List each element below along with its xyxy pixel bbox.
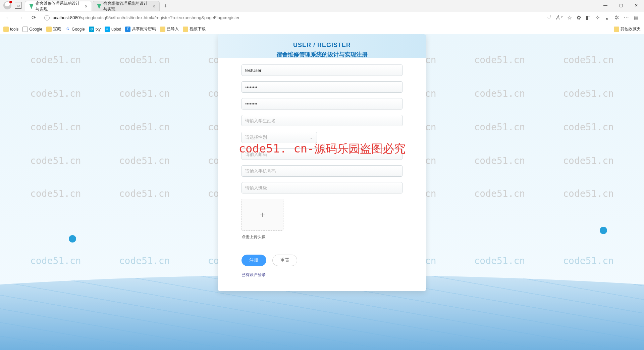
bm-google2[interactable]: GGoogle [65,27,85,32]
tab-title: 宿舍维修管理系统的设计与实现 [36,1,82,12]
browser-tab[interactable]: 宿舍维修管理系统的设计与实现 × [93,1,160,11]
bm-import[interactable]: 已导入 [160,26,179,32]
register-card: USER / REGISTER 宿舍维修管理系统的设计与实现注册 请选择性别 ⌄… [218,34,426,291]
folder-icon [614,27,619,32]
close-tab-icon[interactable]: × [85,4,88,9]
minimize-button[interactable]: — [598,0,613,11]
read-aloud-icon[interactable]: A⁺ [556,14,562,21]
decor-dot-icon [69,235,76,243]
browser-titlebar: ▭ 宿舍维修管理系统的设计与实现 × 宿舍维修管理系统的设计与实现 × + — … [0,0,644,11]
collections-icon[interactable]: ✧ [595,14,600,21]
bm-txy[interactable]: ⊙txy [89,27,101,32]
browser-tab-active[interactable]: 宿舍维修管理系统的设计与实现 × [25,1,92,11]
workspace-icon[interactable]: ▭ [15,2,21,9]
submit-button[interactable]: 注册 [241,255,266,266]
txy-icon: ⊙ [89,27,94,32]
url-path: /springbootsq95x/front/dist/index.html#/… [80,15,239,20]
bm-google[interactable]: Google [22,27,42,32]
sidebar-icon[interactable]: ▤ [634,14,639,21]
new-tab-button[interactable]: + [160,1,170,11]
close-tab-icon[interactable]: × [153,4,155,9]
student-name-input[interactable] [241,115,402,126]
share-icon: F [125,27,130,32]
forward-button[interactable]: → [16,13,25,23]
avatar-upload[interactable]: + [241,199,283,231]
bm-uplod[interactable]: ≈uplod [105,27,121,32]
bm-overflow[interactable]: 其他收藏夹 [614,26,641,32]
card-title-cn: 宿舍维修管理系统的设计与实现注册 [218,51,426,58]
more-icon[interactable]: ⋯ [624,14,629,21]
gender-placeholder: 请选择性别 [245,134,267,140]
tracking-icon[interactable]: ⛉ [546,14,551,21]
password2-input[interactable] [241,98,402,110]
site-info-icon[interactable]: i [44,15,50,20]
favorite-icon[interactable]: ☆ [567,14,572,21]
upload-icon: ≈ [105,27,110,32]
url-host: localhost:8080 [52,15,80,20]
vue-favicon-icon [29,4,34,9]
gender-select[interactable]: 请选择性别 ⌄ [241,132,317,143]
folder-icon [160,27,165,32]
tab-title: 宿舍维修管理系统的设计与实现 [103,1,149,12]
folder-icon [183,27,188,32]
profile-avatar-icon[interactable] [3,1,11,9]
page-viewport: code51.cncode51.cncode51.cncode51.cncode… [0,34,644,350]
password-input[interactable] [241,81,402,93]
bookmarks-bar: tools Google 宝藏 GGoogle ⊙txy ≈uplod F共享账… [0,24,644,34]
class-input[interactable] [241,182,402,193]
bm-baozang[interactable]: 宝藏 [46,26,61,32]
card-title-en: USER / REGISTER [218,42,426,49]
address-bar: ← → ⟳ i localhost:8080 /springbootsq95x/… [0,11,644,24]
account-icon[interactable]: ✲ [614,14,619,21]
google-icon: G [65,27,70,32]
refresh-button[interactable]: ⟳ [29,13,38,23]
reset-button[interactable]: 重置 [272,255,297,266]
downloads-icon[interactable]: ⭳ [604,14,610,21]
decor-dot-icon [600,227,607,234]
extensions-icon[interactable]: ✿ [577,14,581,21]
globe-icon [22,27,28,32]
bm-tools[interactable]: tools [3,27,18,32]
vue-favicon-icon [97,4,101,9]
phone-input[interactable] [241,165,402,177]
close-window-button[interactable]: ✕ [629,0,644,11]
back-button[interactable]: ← [3,13,13,23]
avatar-upload-label: 点击上传头像 [241,234,402,240]
username-input[interactable] [241,64,402,76]
chevron-down-icon: ⌄ [310,135,313,140]
register-form: 请选择性别 ⌄ + 点击上传头像 注册 重置 已有账户登录 [218,64,426,278]
split-icon[interactable]: ◧ [586,14,591,21]
folder-icon [46,27,52,32]
email-input[interactable] [241,148,402,160]
plus-icon: + [260,210,265,220]
bm-video[interactable]: 视频下载 [183,26,206,32]
bm-share[interactable]: F共享账号密码 [125,26,156,32]
folder-icon [3,27,9,32]
maximize-button[interactable]: ▢ [613,0,629,11]
url-input[interactable]: i localhost:8080 /springbootsq95x/front/… [42,13,541,23]
login-link[interactable]: 已有账户登录 [241,272,266,278]
